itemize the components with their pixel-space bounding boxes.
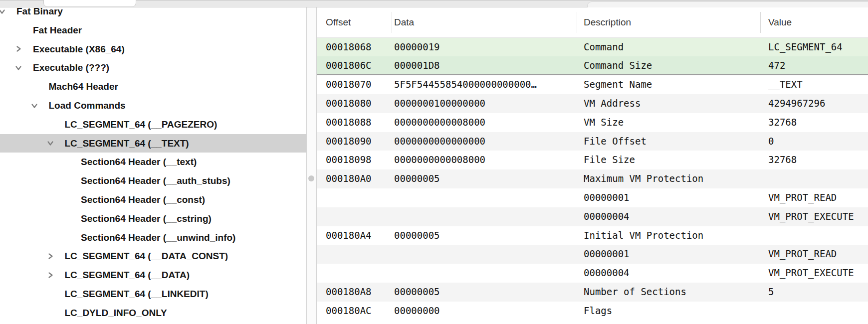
cell-value: 32768 bbox=[768, 113, 797, 132]
cell-description: File Offset bbox=[584, 132, 647, 151]
chevron-down-icon[interactable] bbox=[31, 102, 38, 109]
chevron-down-icon[interactable] bbox=[47, 140, 54, 147]
table-row[interactable]: 00018080 0000000100000000 VM Address 429… bbox=[317, 94, 868, 113]
column-header-offset[interactable]: Offset bbox=[326, 7, 351, 37]
cell-offset: 00018070 bbox=[326, 75, 372, 94]
cell-offset: 00018088 bbox=[326, 113, 372, 132]
cell-value: __TEXT bbox=[768, 75, 803, 94]
cell-data: 00000019 bbox=[394, 38, 440, 57]
cell-description: 00000004 bbox=[584, 264, 630, 283]
cell-value: VM_PROT_READ bbox=[768, 188, 837, 207]
table-row[interactable]: 000180A8 00000005 Number of Sections 5 bbox=[317, 283, 868, 302]
table-row[interactable]: 00018098 0000000000008000 File Size 3276… bbox=[317, 151, 868, 169]
cell-description: Flags bbox=[584, 302, 612, 321]
column-header-description[interactable]: Description bbox=[584, 7, 631, 37]
table-row[interactable]: 00018090 0000000000000000 File Offset 0 bbox=[317, 132, 868, 151]
sidebar-tree-item[interactable]: Section64 Header (__const) bbox=[0, 190, 306, 209]
table-header-row: Offset Data Description Value bbox=[317, 7, 868, 38]
tree-item-label: LC_SEGMENT_64 (__DATA) bbox=[65, 266, 190, 285]
table-body: 00018068 00000019 Command LC_SEGMENT_64 … bbox=[317, 38, 868, 321]
toolbar-tab-left[interactable] bbox=[43, 0, 136, 7]
cell-data: 0000000000008000 bbox=[394, 113, 485, 132]
table-row[interactable]: 00000001 VM_PROT_READ bbox=[317, 188, 868, 207]
column-divider[interactable] bbox=[392, 12, 392, 33]
tree-item-label: Executable (X86_64) bbox=[33, 40, 125, 59]
table-row[interactable]: 00000004 VM_PROT_EXECUTE bbox=[317, 207, 868, 226]
cell-offset: 00018090 bbox=[326, 132, 372, 151]
cell-description: 00000001 bbox=[584, 188, 630, 207]
sidebar-tree-item[interactable]: Executable (???) bbox=[0, 58, 306, 77]
column-divider[interactable] bbox=[577, 12, 577, 33]
cell-data: 000001D8 bbox=[394, 56, 440, 75]
outline-tree: Fat Binary Fat Header Executable (X86_64… bbox=[0, 7, 306, 323]
toolbar-strip bbox=[0, 0, 868, 7]
sidebar-tree-item-selected[interactable]: LC_SEGMENT_64 (__TEXT) bbox=[0, 134, 306, 153]
splitter-handle-icon[interactable] bbox=[308, 175, 314, 181]
column-divider[interactable] bbox=[760, 12, 761, 33]
cell-offset: 00018080 bbox=[326, 94, 372, 113]
cell-value: LC_SEGMENT_64 bbox=[768, 38, 843, 57]
tree-item-label: Load Commands bbox=[49, 96, 126, 115]
structure-sidebar: Fat Binary Fat Header Executable (X86_64… bbox=[0, 7, 306, 324]
cell-description: VM Address bbox=[584, 94, 641, 113]
column-header-value[interactable]: Value bbox=[768, 7, 792, 37]
cell-data: 0000000000008000 bbox=[394, 151, 485, 169]
field-table-pane: Offset Data Description Value 00018068 0… bbox=[317, 7, 868, 324]
cell-offset: 000180A8 bbox=[326, 283, 372, 302]
sidebar-tree-item[interactable]: Executable (X86_64) bbox=[0, 40, 306, 59]
tree-item-label: Section64 Header (__auth_stubs) bbox=[81, 171, 230, 190]
cell-offset: 000180A4 bbox=[326, 226, 372, 245]
table-row[interactable]: 000180A0 00000005 Maximum VM Protection bbox=[317, 169, 868, 188]
sidebar-tree-item[interactable]: Section64 Header (__text) bbox=[0, 153, 306, 171]
tree-item-label: Section64 Header (__cstring) bbox=[81, 209, 212, 228]
table-row[interactable]: 00000004 VM_PROT_EXECUTE bbox=[317, 264, 868, 283]
sidebar-tree-item[interactable]: Section64 Header (__cstring) bbox=[0, 209, 306, 228]
chevron-right-icon[interactable] bbox=[15, 45, 22, 52]
chevron-down-icon[interactable] bbox=[15, 64, 22, 71]
sidebar-tree-item[interactable]: LC_SEGMENT_64 (__LINKEDIT) bbox=[0, 285, 306, 304]
cell-data: 00000005 bbox=[394, 169, 440, 188]
cell-description: File Size bbox=[584, 151, 635, 169]
cell-value: 5 bbox=[768, 283, 774, 302]
cell-description: Segment Name bbox=[584, 75, 652, 94]
cell-description: VM Size bbox=[584, 113, 624, 132]
cell-offset: 0001806C bbox=[326, 56, 372, 75]
sidebar-tree-item[interactable]: Load Commands bbox=[0, 96, 306, 115]
table-row[interactable]: 00018068 00000019 Command LC_SEGMENT_64 bbox=[317, 38, 868, 57]
cell-value: VM_PROT_READ bbox=[768, 245, 837, 264]
macho-viewer-window: Fat Binary Fat Header Executable (X86_64… bbox=[0, 0, 868, 324]
cell-data: 0000000100000000 bbox=[394, 94, 485, 113]
table-row[interactable]: 00018070 5F5F54455854000000000000… Segme… bbox=[317, 75, 868, 94]
cell-value: 0 bbox=[768, 132, 774, 151]
tree-item-label: Section64 Header (__text) bbox=[81, 153, 197, 171]
table-row[interactable]: 00000001 VM_PROT_READ bbox=[317, 245, 868, 264]
sidebar-tree-item[interactable]: LC_DYLD_INFO_ONLY bbox=[0, 304, 306, 323]
tree-item-label: Mach64 Header bbox=[49, 77, 118, 96]
tree-item-label: Executable (???) bbox=[33, 58, 109, 77]
sidebar-tree-item[interactable]: Section64 Header (__unwind_info) bbox=[0, 228, 306, 247]
tree-item-label: Section64 Header (__unwind_info) bbox=[81, 228, 235, 247]
sidebar-tree-item[interactable]: Fat Header bbox=[0, 21, 306, 40]
table-row[interactable]: 00018088 0000000000008000 VM Size 32768 bbox=[317, 113, 868, 132]
column-header-data[interactable]: Data bbox=[394, 7, 414, 37]
table-row[interactable]: 000180AC 00000000 Flags bbox=[317, 302, 868, 321]
cell-data: 00000000 bbox=[394, 302, 440, 321]
sidebar-tree-item[interactable]: Fat Binary bbox=[0, 7, 306, 21]
sidebar-tree-item[interactable]: LC_SEGMENT_64 (__DATA) bbox=[0, 266, 306, 285]
sidebar-tree-item[interactable]: LC_SEGMENT_64 (__PAGEZERO) bbox=[0, 115, 306, 134]
sidebar-tree-item[interactable]: LC_SEGMENT_64 (__DATA_CONST) bbox=[0, 247, 306, 266]
tree-item-label: LC_SEGMENT_64 (__DATA_CONST) bbox=[65, 247, 228, 266]
sidebar-tree-item[interactable]: Section64 Header (__auth_stubs) bbox=[0, 171, 306, 190]
table-row[interactable]: 000180A4 00000005 Initial VM Protection bbox=[317, 226, 868, 245]
sidebar-tree-item[interactable]: Mach64 Header bbox=[0, 77, 306, 96]
cell-value: 472 bbox=[768, 56, 785, 75]
chevron-down-icon[interactable] bbox=[0, 8, 5, 15]
cell-data: 00000005 bbox=[394, 283, 440, 302]
cell-description: 00000004 bbox=[584, 207, 630, 226]
chevron-right-icon[interactable] bbox=[47, 272, 54, 279]
chevron-right-icon[interactable] bbox=[47, 253, 54, 260]
pane-splitter[interactable] bbox=[306, 7, 317, 324]
cell-offset: 000180AC bbox=[326, 302, 372, 321]
table-row[interactable]: 0001806C 000001D8 Command Size 472 bbox=[317, 56, 868, 75]
tree-item-label: LC_DYLD_INFO_ONLY bbox=[65, 304, 167, 323]
